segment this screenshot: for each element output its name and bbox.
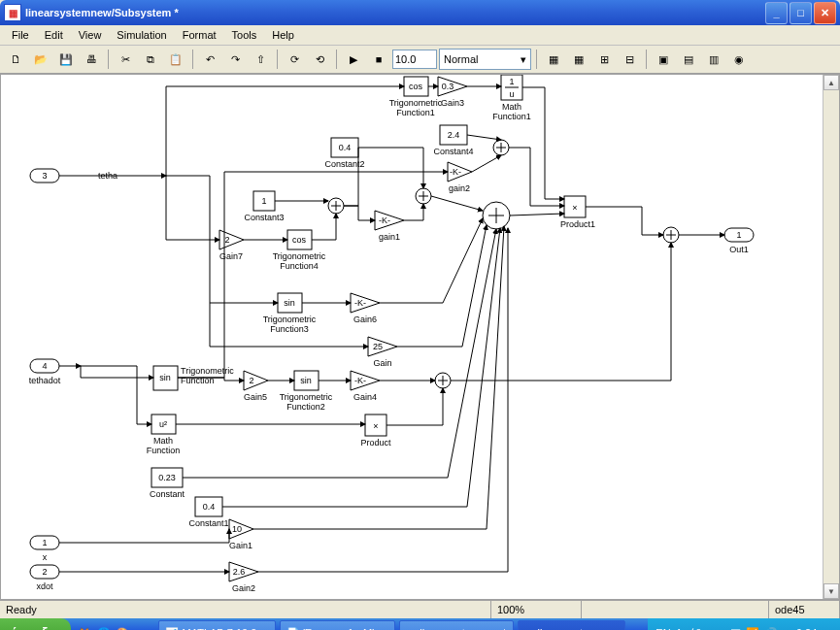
print-button[interactable]: 🖶: [80, 48, 103, 71]
svg-text:tethadot: tethadot: [29, 376, 61, 385]
svg-text:2: 2: [249, 376, 253, 385]
status-ready: Ready: [0, 601, 491, 618]
block-gain-b2[interactable]: 2.6 Gain2: [229, 562, 258, 593]
block-gain-t1[interactable]: -K- gain1: [375, 211, 404, 242]
block-trig1[interactable]: cos TrigonometricFunction1: [389, 77, 443, 117]
cut-button[interactable]: ✂: [114, 48, 137, 71]
block-constant4[interactable]: 2.4 Constant4: [433, 125, 473, 156]
block-sum-top[interactable]: [493, 140, 509, 155]
svg-text:0.3: 0.3: [442, 82, 454, 91]
tool-button[interactable]: ⊞: [592, 48, 616, 71]
svg-text:Gain2: Gain2: [232, 583, 255, 593]
tool-button[interactable]: ⊟: [618, 48, 641, 71]
block-trig2[interactable]: sin TrigonometricFunction2: [280, 371, 333, 412]
svg-text:xdot: xdot: [36, 581, 53, 591]
block-sum-a[interactable]: [416, 188, 431, 204]
tool-button[interactable]: ◉: [727, 48, 751, 71]
block-gain1[interactable]: 10 Gain1: [229, 519, 253, 550]
paint-icon[interactable]: 🎨: [116, 625, 131, 630]
tool-button[interactable]: ▤: [677, 48, 700, 71]
block-constant[interactable]: 0.23 Constant: [150, 468, 185, 499]
svg-text:-K-: -K-: [354, 298, 366, 308]
redo-button[interactable]: ↷: [223, 48, 247, 71]
firefox-icon[interactable]: 🦊: [77, 625, 92, 630]
tool-button[interactable]: ▦: [542, 48, 565, 71]
up-button[interactable]: ⇧: [249, 48, 272, 71]
menu-file[interactable]: File: [4, 27, 37, 43]
chevron-down-icon: ▾: [521, 53, 526, 66]
block-gain[interactable]: 25 Gain: [368, 337, 397, 368]
simulation-mode-select[interactable]: Normal▾: [439, 49, 531, 70]
new-button[interactable]: 🗋: [4, 48, 27, 71]
block-in4[interactable]: 4 tethadot: [29, 359, 61, 385]
stop-button[interactable]: ■: [367, 48, 390, 71]
copy-button[interactable]: ⧉: [139, 48, 162, 71]
block-trig4[interactable]: cos TrigonometricFunction4: [273, 230, 326, 271]
title-bar: ▦ linearsystemnew/Subsystem * _ □ ✕: [0, 0, 840, 25]
svg-text:Gain5: Gain5: [244, 392, 267, 402]
close-button[interactable]: ✕: [814, 2, 836, 24]
svg-text:Constant1: Constant1: [188, 518, 228, 528]
taskbar-item[interactable]: 📄 Έγγραφο1 - Mic...: [280, 620, 396, 630]
scroll-up-arrow[interactable]: ▲: [823, 75, 839, 90]
block-out1[interactable]: 1 Out1: [724, 228, 754, 254]
svg-text:u: u: [509, 89, 514, 99]
block-gain6[interactable]: -K- Gain6: [351, 293, 380, 324]
svg-text:u²: u²: [159, 419, 167, 429]
stop-time-input[interactable]: 10.0: [392, 50, 437, 69]
menu-format[interactable]: Format: [175, 27, 224, 43]
update-button[interactable]: ⟲: [308, 48, 331, 71]
minimize-button[interactable]: _: [765, 2, 788, 24]
svg-text:Constant4: Constant4: [433, 147, 473, 156]
block-trig3[interactable]: sin TrigonometricFunction3: [263, 293, 317, 334]
svg-text:Out1: Out1: [729, 245, 749, 254]
save-button[interactable]: 💾: [54, 48, 78, 71]
block-sum-out[interactable]: [663, 227, 679, 243]
model-canvas[interactable]: 3 tetha 4 tethadot 1 x 2 xdot 1 Out1 cos…: [0, 74, 840, 600]
block-math[interactable]: u² MathFunction: [147, 414, 181, 455]
tray-icon[interactable]: 🔊: [764, 627, 778, 631]
tool-button[interactable]: ▦: [567, 48, 590, 71]
block-gain4[interactable]: -K- Gain4: [351, 371, 380, 402]
undo-button[interactable]: ↶: [198, 48, 221, 71]
block-gain7[interactable]: 2 Gain7: [219, 230, 244, 261]
tray-icon[interactable]: 📶: [746, 627, 759, 631]
block-sum-mid[interactable]: [328, 198, 344, 214]
block-math1[interactable]: 1u MathFunction1: [492, 75, 531, 121]
block-sum-b[interactable]: [435, 373, 451, 388]
tool-button[interactable]: ▣: [652, 48, 675, 71]
taskbar-item[interactable]: 📊 MATLAB 7.10.0 ...: [158, 620, 276, 630]
menu-tools[interactable]: Tools: [224, 27, 265, 43]
paste-button[interactable]: 📋: [164, 48, 187, 71]
block-gain2[interactable]: -K- gain2: [448, 162, 472, 193]
block-product1[interactable]: × Product1: [560, 196, 595, 229]
block-sum-central[interactable]: [483, 202, 510, 229]
block-constant1[interactable]: 0.4 Constant1: [188, 497, 228, 528]
menu-edit[interactable]: Edit: [37, 27, 71, 43]
taskbar-item[interactable]: ▦ linearsystemnew *: [399, 620, 513, 630]
maximize-button[interactable]: □: [790, 2, 812, 24]
tray-icon[interactable]: ⊙: [783, 627, 791, 631]
refresh-button[interactable]: ⟳: [283, 48, 306, 71]
taskbar-item[interactable]: ▦ linearsystemne...: [518, 620, 625, 630]
block-in1[interactable]: 1 x: [30, 536, 59, 562]
menu-view[interactable]: View: [71, 27, 110, 43]
svg-text:-K-: -K-: [379, 216, 390, 225]
scroll-down-arrow[interactable]: ▼: [823, 583, 839, 599]
block-product[interactable]: × Product: [360, 414, 391, 448]
block-in2[interactable]: 2 xdot: [30, 565, 59, 591]
open-button[interactable]: 📂: [29, 48, 52, 71]
vertical-scrollbar[interactable]: ▲ ▼: [823, 75, 839, 599]
block-gain3[interactable]: 0.3 Gain3: [438, 77, 467, 108]
tool-button[interactable]: ▥: [702, 48, 725, 71]
svg-text:2: 2: [42, 567, 47, 577]
svg-text:1: 1: [509, 77, 514, 86]
menu-simulation[interactable]: Simulation: [109, 27, 174, 43]
browser-icon[interactable]: 🌐: [96, 625, 112, 630]
block-gain5[interactable]: 2 Gain5: [244, 371, 268, 402]
menu-help[interactable]: Help: [264, 27, 302, 43]
play-button[interactable]: ▶: [342, 48, 365, 71]
chevron-icon[interactable]: »: [135, 625, 151, 630]
start-button[interactable]: έναρξη: [0, 618, 71, 630]
block-constant3[interactable]: 1 Constant3: [244, 191, 284, 222]
